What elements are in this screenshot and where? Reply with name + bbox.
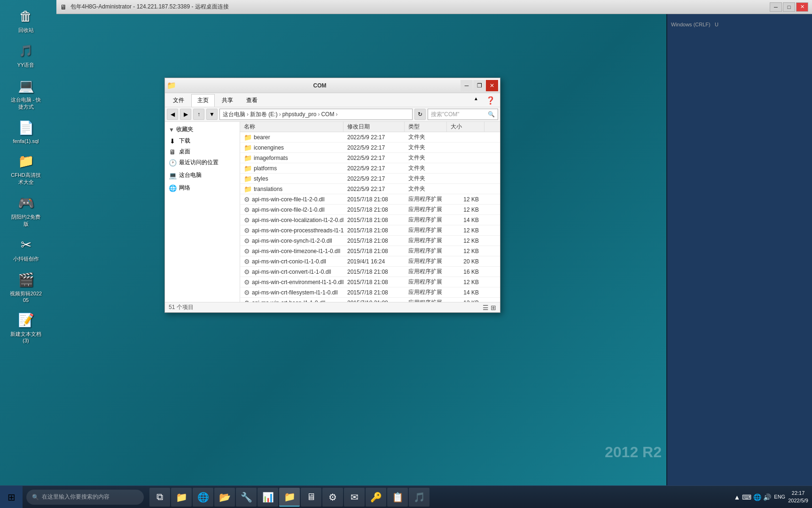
remote-close-btn[interactable]: ✕: [796, 2, 808, 12]
taskbar-app3[interactable]: 🔑: [366, 488, 386, 507]
taskbar-items: ⧉ 📁 🌐 📂 🔧 📊 📁 🖥 ⚙ ✉ 🔑 📋 🎵: [148, 486, 734, 508]
folder-list: 📁 bearer 2022/5/9 22:17 文件夹 📁 iconengine…: [240, 132, 500, 194]
ribbon-tab-view[interactable]: 查看: [240, 94, 264, 107]
folder-date: 2022/5/9 22:17: [344, 133, 405, 142]
taskbar-app4[interactable]: 📋: [387, 488, 408, 507]
col-header-type[interactable]: 类型: [405, 122, 447, 132]
ribbon-help-btn[interactable]: ❓: [483, 94, 498, 107]
col-header-date[interactable]: 修改日期: [344, 122, 405, 132]
nav-forward-btn[interactable]: ▶: [180, 109, 191, 120]
file-row[interactable]: ⚙ api-ms-win-core-processthreads-l1-1-..…: [240, 225, 500, 236]
sidebar-item-network[interactable]: 🌐 网络: [165, 183, 240, 193]
desktop-icon-yy[interactable]: 🎵 YY语音: [7, 40, 45, 71]
file-row[interactable]: ⚙ api-ms-win-core-file-l2-1-0.dll 2015/7…: [240, 205, 500, 215]
dll-icon: ⚙: [244, 196, 250, 203]
ribbon-tab-file[interactable]: 文件: [167, 94, 190, 107]
video-label: 视频剪辑2022 05: [9, 290, 43, 303]
desktop-icon-video[interactable]: 🎬 视频剪辑2022 05: [7, 268, 45, 305]
file-row[interactable]: ⚙ api-ms-win-core-localization-l1-2-0.dl…: [240, 215, 500, 225]
folder-name: platforms: [254, 165, 277, 172]
col-header-name[interactable]: 名称: [240, 122, 344, 132]
file-type: 应用程序扩展: [405, 225, 447, 235]
game-icon: 🎮: [16, 193, 35, 212]
dll-icon: ⚙: [244, 227, 250, 234]
explorer-close-btn[interactable]: ✕: [486, 80, 498, 91]
taskbar-files[interactable]: 📁: [171, 488, 192, 507]
tray-arrow-icon[interactable]: ▲: [734, 493, 740, 501]
remote-minimize-btn[interactable]: ─: [770, 2, 782, 12]
file-row[interactable]: ⚙ api-ms-win-crt-environment-l1-1-0.dll …: [240, 277, 500, 287]
taskbar-app5[interactable]: 🎵: [409, 488, 429, 507]
taskbar-browser[interactable]: 🌐: [193, 488, 213, 507]
taskbar-folder2[interactable]: 📂: [214, 488, 235, 507]
folder-row[interactable]: 📁 bearer 2022/5/9 22:17 文件夹: [240, 132, 500, 143]
file-row[interactable]: ⚙ api-ms-win-core-file-l1-2-0.dll 2015/7…: [240, 194, 500, 205]
address-path[interactable]: 这台电脑 › 新加卷 (E:) › phpstudy_pro › COM ›: [219, 109, 413, 120]
file-row[interactable]: ⚙ api-ms-win-crt-convert-l1-1-0.dll 2015…: [240, 267, 500, 277]
folder-date: 2022/5/9 22:17: [344, 143, 405, 152]
folder-row[interactable]: 📁 styles 2022/5/9 22:17 文件夹: [240, 174, 500, 184]
folder-row[interactable]: 📁 imageformats 2022/5/9 22:17 文件夹: [240, 153, 500, 163]
sidebar-item-desktop[interactable]: 🖥 桌面: [165, 146, 240, 157]
taskbar-terminal[interactable]: 🖥: [301, 488, 321, 507]
remote-maximize-btn[interactable]: □: [783, 2, 795, 12]
remote-title: 包年4H8G-Administrator - 124.221.187.52:33…: [70, 3, 770, 11]
nav-recent-btn[interactable]: ▼: [206, 109, 218, 120]
desktop-icon-scissors[interactable]: ✂ 小抖链创作: [7, 233, 45, 264]
folder-icon: 📁: [244, 134, 252, 141]
file-type: 应用程序扩展: [405, 277, 447, 287]
file-row[interactable]: ⚙ api-ms-win-crt-filesystem-l1-1-0.dll 2…: [240, 287, 500, 298]
file-row[interactable]: ⚙ api-ms-win-crt-heap-l1-1-0.dll 2015/7/…: [240, 298, 500, 302]
taskbar-taskview[interactable]: ⧉: [149, 488, 170, 507]
dll-icon: ⚙: [244, 206, 250, 214]
taskbar-clock[interactable]: ENG: [774, 493, 785, 500]
desktop-icon-recycle[interactable]: 🗑 回收站: [7, 5, 45, 36]
taskbar-mail[interactable]: ✉: [344, 488, 365, 507]
desktop-icon-computer[interactable]: 💻 这台电脑 - 快捷方式: [7, 74, 45, 112]
tray-network-icon[interactable]: 🌐: [753, 493, 761, 501]
sidebar-favorites-header[interactable]: ▼ 收藏夹: [165, 124, 240, 135]
desktop-icon-newdoc[interactable]: 📝 新建文本文档(3): [7, 309, 45, 345]
ribbon-expand-btn[interactable]: ▲: [470, 94, 482, 107]
tray-volume-icon[interactable]: 🔊: [763, 493, 771, 501]
folder-name: iconengines: [254, 144, 284, 151]
explorer-restore-btn[interactable]: ❐: [473, 80, 485, 91]
taskbar-explorer-active[interactable]: 📁: [279, 488, 300, 507]
folder-size: [447, 157, 484, 159]
desktop-icon-fenfa[interactable]: 📄 fenfa(1).sql: [7, 116, 45, 146]
sidebar-computer-label: 这台电脑: [179, 171, 202, 179]
nav-up-btn[interactable]: ↑: [193, 109, 204, 120]
start-button[interactable]: ⊞: [0, 486, 23, 508]
desktop-icon-cfhd[interactable]: 📁 CFHD高清技术大全: [7, 150, 45, 188]
nav-back-btn[interactable]: ◀: [167, 109, 178, 120]
tray-kb-icon[interactable]: ⌨: [742, 493, 751, 501]
address-refresh-btn[interactable]: ↻: [414, 109, 426, 120]
taskbar-search[interactable]: 🔍 在这里输入你要搜索的内容: [26, 490, 144, 505]
file-row[interactable]: ⚙ api-ms-win-core-synch-l1-2-0.dll 2015/…: [240, 236, 500, 246]
sidebar-item-download[interactable]: ⬇ 下载: [165, 135, 240, 146]
taskbar-app2[interactable]: 📊: [258, 488, 278, 507]
desktop-icon-game[interactable]: 🎮 阴阳约2免费版: [7, 191, 45, 230]
sidebar-desktop-label: 桌面: [179, 148, 190, 156]
explorer-minimize-btn[interactable]: ─: [461, 80, 473, 91]
file-date: 2015/7/18 21:08: [344, 195, 405, 204]
fenfa-label: fenfa(1).sql: [13, 138, 39, 144]
grid-view-btn[interactable]: ⊞: [491, 304, 496, 311]
folder-row[interactable]: 📁 translations 2022/5/9 22:17 文件夹: [240, 184, 500, 194]
file-date: 2015/7/18 21:08: [344, 216, 405, 224]
file-row[interactable]: ⚙ api-ms-win-crt-conio-l1-1-0.dll 2019/4…: [240, 256, 500, 267]
col-header-size[interactable]: 大小: [447, 122, 484, 132]
file-row[interactable]: ⚙ api-ms-win-core-timezone-l1-1-0.dll 20…: [240, 246, 500, 256]
taskbar-app1[interactable]: 🔧: [236, 488, 257, 507]
view-controls: ☰ ⊞: [483, 304, 496, 311]
file-date: 2015/7/18 21:08: [344, 299, 405, 302]
ribbon-tab-home[interactable]: 主页: [191, 94, 215, 107]
sidebar-item-recent[interactable]: 🕐 最近访问的位置: [165, 157, 240, 168]
folder-row[interactable]: 📁 platforms 2022/5/9 22:17 文件夹: [240, 163, 500, 174]
taskbar-settings[interactable]: ⚙: [322, 488, 343, 507]
list-view-btn[interactable]: ☰: [483, 304, 489, 311]
search-box[interactable]: 搜索"COM" 🔍: [428, 109, 498, 120]
sidebar-item-computer[interactable]: 💻 这台电脑: [165, 170, 240, 181]
ribbon-tab-share[interactable]: 共享: [216, 94, 239, 107]
folder-row[interactable]: 📁 iconengines 2022/5/9 22:17 文件夹: [240, 143, 500, 153]
